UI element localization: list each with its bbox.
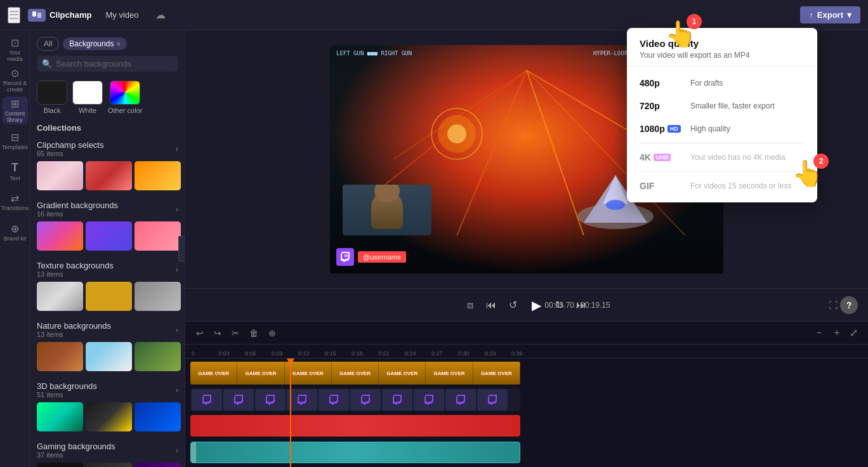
collection-nature-count: 13 items [37, 331, 111, 338]
export-button[interactable]: ↑ Export ▾ [800, 6, 860, 23]
ruler-mark-015: 0:15 [325, 350, 336, 357]
sidebar-item-content-library[interactable]: ⊞ Contentlibrary [3, 96, 28, 124]
gameover-segment: GAME OVER [379, 362, 426, 385]
twitch-segment [350, 389, 381, 411]
caption-toggle-button[interactable]: ⧈ [463, 297, 477, 313]
add-media-button[interactable]: ⊕ [265, 326, 279, 340]
fit-timeline-button[interactable]: ⤢ [847, 326, 860, 340]
sidebar-item-transitions[interactable]: ⇄ Transitions [3, 188, 28, 216]
collections-list: Clipchamp selects 65 items › Gradient ba… [30, 135, 185, 467]
collection-thumb [86, 463, 132, 467]
sidebar-item-text[interactable]: T Text [3, 157, 28, 185]
sidebar-item-brand-kit[interactable]: ⊕ Brand kit [3, 218, 28, 246]
collection-clipchamp-selects[interactable]: Clipchamp selects 65 items › [30, 135, 185, 195]
sidebar-item-record[interactable]: ⊙ Record &create [3, 66, 28, 94]
track-row-twitch [190, 388, 863, 412]
help-button[interactable]: ? [840, 296, 858, 314]
collection-gaming-backgrounds[interactable]: Gaming backgrounds 37 items › [30, 437, 185, 467]
quality-option-1080p[interactable]: 1080pHD High quality [627, 117, 817, 140]
collection-gaming-thumbs [37, 463, 178, 467]
ruler-mark-012: 0:12 [298, 350, 310, 357]
ruler-mark-030: 0:30 [458, 350, 470, 357]
rewind-5s-button[interactable]: ↺ [505, 296, 521, 313]
quality-option-720p[interactable]: 720p Smaller file, faster export [627, 95, 817, 117]
video-title[interactable]: My video [99, 8, 145, 22]
swatch-other-color[interactable]: Other color [108, 81, 142, 114]
collection-thumb [135, 161, 181, 190]
export-label: Export [817, 10, 843, 20]
menu-icon[interactable]: ☰ [8, 7, 20, 23]
filter-all-button[interactable]: All [37, 37, 59, 51]
collection-texture-arrow: › [176, 265, 178, 274]
search-icon: 🔍 [42, 59, 52, 69]
fullscreen-button[interactable]: ⛶ [829, 300, 838, 310]
sidebar-item-your-media[interactable]: ⊡ Your media [3, 36, 28, 63]
collection-3d-backgrounds[interactable]: 3D backgrounds 51 items › [30, 376, 185, 437]
collection-texture-backgrounds[interactable]: Texture backgrounds 13 items › [30, 256, 185, 316]
timeline-content: GAME OVER GAME OVER GAME OVER GAME OVER … [185, 358, 868, 467]
ruler-marks: 0 0:03 0:06 0:09 0:12 0:15 0:18 0:21 0:2… [192, 345, 703, 358]
svg-rect-16 [346, 254, 348, 257]
collection-nature-backgrounds[interactable]: Nature backgrounds 13 items › [30, 316, 185, 376]
app-logo: Clipchamp [28, 9, 91, 22]
teal-clip[interactable] [190, 442, 520, 463]
skip-back-button[interactable]: ⏮ [482, 297, 500, 313]
quality-option-gif: GIF For videos 15 seconds or less [627, 174, 817, 197]
collection-thumb [135, 402, 181, 431]
collection-gradient-title: Gradient backgrounds [37, 201, 118, 210]
video-quality-popup: Video quality Your video will export as … [627, 28, 817, 202]
ruler-mark-006: 0:06 [245, 350, 256, 357]
zoom-in-button[interactable]: ＋ [829, 325, 845, 341]
filter-tag-backgrounds[interactable]: Backgrounds × [63, 37, 126, 50]
sidebar-collapse-button[interactable]: ‹ [178, 236, 185, 261]
collection-nature-title: Nature backgrounds [37, 321, 111, 331]
ruler-mark-033: 0:33 [485, 350, 496, 357]
twitch-segment [287, 389, 317, 411]
hd-badge: HD [667, 125, 681, 133]
gameover-segment: GAME OVER [473, 362, 520, 385]
zoom-controls: － ＋ ⤢ [812, 325, 860, 341]
brand-kit-icon: ⊕ [11, 223, 19, 235]
logo-icon [28, 9, 46, 22]
collection-thumb [37, 342, 83, 371]
swatch-white[interactable]: White [72, 81, 103, 114]
gameover-segment: GAME OVER [285, 362, 332, 385]
svg-point-5 [606, 200, 625, 210]
search-input[interactable] [56, 59, 173, 69]
brand-kit-label: Brand kit [4, 236, 27, 242]
collection-gradient-backgrounds[interactable]: Gradient backgrounds 16 items › [30, 195, 185, 256]
collection-3d-title: 3D backgrounds [37, 381, 97, 391]
track-row-teal [190, 440, 863, 465]
track-handle-left[interactable] [191, 442, 196, 463]
ruler-mark-027: 0:27 [431, 350, 443, 357]
split-button[interactable]: ✂ [228, 326, 242, 340]
collection-clipchamp-count: 65 items [37, 150, 104, 157]
preview-person-thumbnail [343, 185, 431, 235]
filter-row: All Backgrounds × [37, 37, 178, 51]
audio-clip[interactable] [190, 415, 520, 437]
twitch-segment [445, 389, 476, 411]
quality-options: 480p For drafts 720p Smaller file, faste… [627, 67, 817, 202]
collection-thumb [37, 161, 83, 190]
filter-tag-remove-icon[interactable]: × [116, 40, 120, 48]
sidebar-item-templates[interactable]: ⊟ Templates [3, 127, 28, 155]
swatch-white-box [72, 81, 103, 105]
collection-gradient-count: 16 items [37, 210, 118, 218]
redo-button[interactable]: ↪ [211, 326, 225, 340]
swatch-black[interactable]: Black [37, 81, 67, 114]
delete-button[interactable]: 🗑 [246, 326, 261, 340]
quality-desc-4k: Your video has no 4K media [690, 153, 786, 162]
undo-button[interactable]: ↩ [193, 326, 207, 340]
zoom-out-button[interactable]: － [812, 325, 827, 341]
twitch-clip[interactable] [190, 388, 520, 411]
play-pause-button[interactable]: ▶ [526, 295, 546, 315]
timeline-area: ↩ ↪ ✂ 🗑 ⊕ － ＋ ⤢ 0 0:03 0:06 0:09 [185, 321, 868, 467]
quality-label-720p: 720p [640, 101, 684, 111]
transitions-icon: ⇄ [11, 192, 19, 204]
svg-rect-0 [32, 11, 36, 16]
collection-nature-thumbs [37, 342, 178, 371]
hud-left-text: LEFT GUN ■■■ RIGHT GUN [336, 50, 412, 56]
quality-option-480p[interactable]: 480p For drafts [627, 72, 817, 95]
gameover-clip[interactable]: GAME OVER GAME OVER GAME OVER GAME OVER … [190, 362, 520, 385]
twitch-segment [255, 389, 286, 411]
